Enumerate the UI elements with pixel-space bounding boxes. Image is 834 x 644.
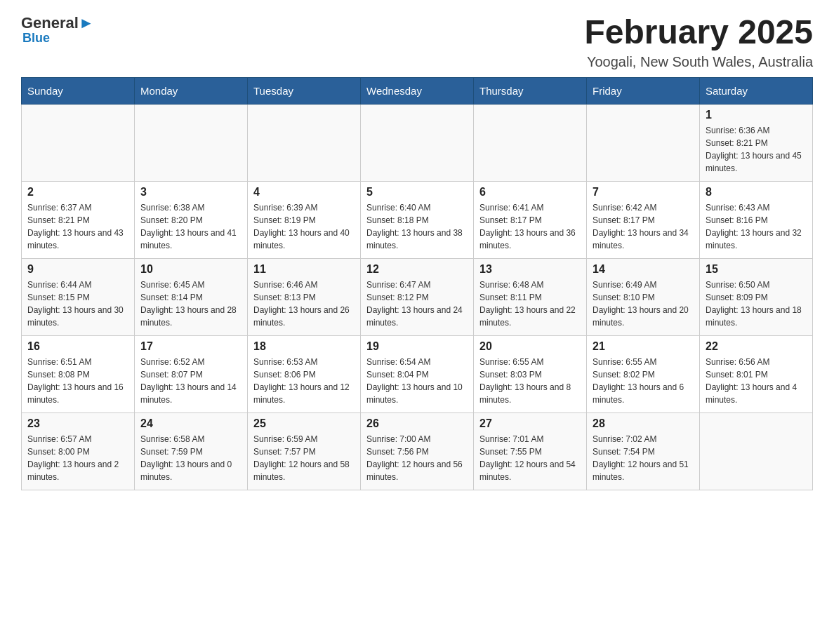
- calendar-day-cell: 4Sunrise: 6:39 AM Sunset: 8:19 PM Daylig…: [248, 181, 361, 258]
- day-info: Sunrise: 6:41 AM Sunset: 8:17 PM Dayligh…: [479, 201, 581, 252]
- day-info: Sunrise: 6:48 AM Sunset: 8:11 PM Dayligh…: [479, 279, 581, 329]
- calendar-day-cell: 2Sunrise: 6:37 AM Sunset: 8:21 PM Daylig…: [22, 181, 135, 258]
- calendar-day-cell: 19Sunrise: 6:54 AM Sunset: 8:04 PM Dayli…: [361, 335, 474, 412]
- logo-sub: Blue: [22, 31, 50, 46]
- calendar-day-cell: [22, 104, 135, 181]
- calendar-day-cell: 17Sunrise: 6:52 AM Sunset: 8:07 PM Dayli…: [135, 335, 248, 412]
- day-info: Sunrise: 6:53 AM Sunset: 8:06 PM Dayligh…: [253, 356, 355, 406]
- day-info: Sunrise: 7:01 AM Sunset: 7:55 PM Dayligh…: [479, 433, 581, 483]
- location: Yoogali, New South Wales, Australia: [584, 54, 813, 70]
- day-info: Sunrise: 6:43 AM Sunset: 8:16 PM Dayligh…: [706, 201, 807, 252]
- day-info: Sunrise: 6:49 AM Sunset: 8:10 PM Dayligh…: [593, 279, 694, 329]
- day-info: Sunrise: 6:38 AM Sunset: 8:20 PM Dayligh…: [140, 201, 241, 252]
- day-number: 14: [593, 263, 694, 276]
- calendar-day-cell: [361, 104, 474, 181]
- weekday-header-wednesday: Wednesday: [361, 77, 474, 104]
- calendar-day-cell: 10Sunrise: 6:45 AM Sunset: 8:14 PM Dayli…: [135, 258, 248, 335]
- calendar-day-cell: 12Sunrise: 6:47 AM Sunset: 8:12 PM Dayli…: [361, 258, 474, 335]
- calendar-day-cell: [700, 412, 813, 490]
- day-info: Sunrise: 6:40 AM Sunset: 8:18 PM Dayligh…: [366, 201, 468, 252]
- logo-general: General: [21, 14, 79, 32]
- calendar-day-cell: [587, 104, 700, 181]
- day-info: Sunrise: 6:55 AM Sunset: 8:03 PM Dayligh…: [479, 356, 581, 406]
- calendar-day-cell: 20Sunrise: 6:55 AM Sunset: 8:03 PM Dayli…: [474, 335, 587, 412]
- page-header: General ► Blue February 2025 Yoogali, Ne…: [21, 14, 813, 70]
- day-number: 17: [140, 340, 241, 353]
- day-info: Sunrise: 6:57 AM Sunset: 8:00 PM Dayligh…: [27, 433, 128, 483]
- calendar-day-cell: 1Sunrise: 6:36 AM Sunset: 8:21 PM Daylig…: [700, 104, 813, 181]
- calendar-day-cell: 15Sunrise: 6:50 AM Sunset: 8:09 PM Dayli…: [700, 258, 813, 335]
- day-number: 2: [27, 186, 128, 199]
- day-number: 13: [479, 263, 581, 276]
- calendar-day-cell: 14Sunrise: 6:49 AM Sunset: 8:10 PM Dayli…: [587, 258, 700, 335]
- weekday-header-saturday: Saturday: [700, 77, 813, 104]
- day-number: 9: [27, 263, 128, 276]
- day-info: Sunrise: 6:56 AM Sunset: 8:01 PM Dayligh…: [706, 356, 807, 406]
- day-number: 22: [706, 340, 807, 353]
- day-number: 4: [253, 186, 355, 199]
- day-info: Sunrise: 6:42 AM Sunset: 8:17 PM Dayligh…: [593, 201, 694, 252]
- calendar-table: SundayMondayTuesdayWednesdayThursdayFrid…: [21, 77, 813, 490]
- calendar-header-row: SundayMondayTuesdayWednesdayThursdayFrid…: [22, 77, 813, 104]
- day-info: Sunrise: 6:47 AM Sunset: 8:12 PM Dayligh…: [366, 279, 468, 329]
- calendar-day-cell: [135, 104, 248, 181]
- day-number: 10: [140, 263, 241, 276]
- day-info: Sunrise: 6:54 AM Sunset: 8:04 PM Dayligh…: [366, 356, 468, 406]
- calendar-week-row: 9Sunrise: 6:44 AM Sunset: 8:15 PM Daylig…: [22, 258, 813, 335]
- day-number: 28: [593, 417, 694, 430]
- calendar-day-cell: 22Sunrise: 6:56 AM Sunset: 8:01 PM Dayli…: [700, 335, 813, 412]
- day-info: Sunrise: 6:58 AM Sunset: 7:59 PM Dayligh…: [140, 433, 241, 483]
- calendar-day-cell: 7Sunrise: 6:42 AM Sunset: 8:17 PM Daylig…: [587, 181, 700, 258]
- day-info: Sunrise: 6:46 AM Sunset: 8:13 PM Dayligh…: [253, 279, 355, 329]
- calendar-day-cell: 11Sunrise: 6:46 AM Sunset: 8:13 PM Dayli…: [248, 258, 361, 335]
- day-number: 11: [253, 263, 355, 276]
- day-info: Sunrise: 6:44 AM Sunset: 8:15 PM Dayligh…: [27, 279, 128, 329]
- calendar-day-cell: 23Sunrise: 6:57 AM Sunset: 8:00 PM Dayli…: [22, 412, 135, 490]
- calendar-day-cell: 26Sunrise: 7:00 AM Sunset: 7:56 PM Dayli…: [361, 412, 474, 490]
- day-number: 24: [140, 417, 241, 430]
- calendar-day-cell: 8Sunrise: 6:43 AM Sunset: 8:16 PM Daylig…: [700, 181, 813, 258]
- day-number: 27: [479, 417, 581, 430]
- day-number: 20: [479, 340, 581, 353]
- weekday-header-monday: Monday: [135, 77, 248, 104]
- weekday-header-thursday: Thursday: [474, 77, 587, 104]
- calendar-day-cell: [248, 104, 361, 181]
- day-number: 18: [253, 340, 355, 353]
- day-number: 1: [706, 109, 807, 121]
- title-block: February 2025 Yoogali, New South Wales, …: [584, 14, 813, 70]
- day-info: Sunrise: 6:52 AM Sunset: 8:07 PM Dayligh…: [140, 356, 241, 406]
- weekday-header-sunday: Sunday: [22, 77, 135, 104]
- calendar-day-cell: 25Sunrise: 6:59 AM Sunset: 7:57 PM Dayli…: [248, 412, 361, 490]
- day-number: 15: [706, 263, 807, 276]
- day-number: 5: [366, 186, 468, 199]
- calendar-day-cell: 24Sunrise: 6:58 AM Sunset: 7:59 PM Dayli…: [135, 412, 248, 490]
- calendar-day-cell: 5Sunrise: 6:40 AM Sunset: 8:18 PM Daylig…: [361, 181, 474, 258]
- calendar-day-cell: 18Sunrise: 6:53 AM Sunset: 8:06 PM Dayli…: [248, 335, 361, 412]
- day-info: Sunrise: 6:39 AM Sunset: 8:19 PM Dayligh…: [253, 201, 355, 252]
- calendar-day-cell: 9Sunrise: 6:44 AM Sunset: 8:15 PM Daylig…: [22, 258, 135, 335]
- day-number: 21: [593, 340, 694, 353]
- day-info: Sunrise: 6:59 AM Sunset: 7:57 PM Dayligh…: [253, 433, 355, 483]
- day-info: Sunrise: 7:00 AM Sunset: 7:56 PM Dayligh…: [366, 433, 468, 483]
- weekday-header-friday: Friday: [587, 77, 700, 104]
- day-info: Sunrise: 6:50 AM Sunset: 8:09 PM Dayligh…: [706, 279, 807, 329]
- calendar-day-cell: [474, 104, 587, 181]
- day-info: Sunrise: 6:45 AM Sunset: 8:14 PM Dayligh…: [140, 279, 241, 329]
- day-number: 8: [706, 186, 807, 199]
- day-number: 7: [593, 186, 694, 199]
- day-number: 23: [27, 417, 128, 430]
- calendar-week-row: 2Sunrise: 6:37 AM Sunset: 8:21 PM Daylig…: [22, 181, 813, 258]
- day-number: 25: [253, 417, 355, 430]
- day-info: Sunrise: 7:02 AM Sunset: 7:54 PM Dayligh…: [593, 433, 694, 483]
- calendar-day-cell: 27Sunrise: 7:01 AM Sunset: 7:55 PM Dayli…: [474, 412, 587, 490]
- day-info: Sunrise: 6:51 AM Sunset: 8:08 PM Dayligh…: [27, 356, 128, 406]
- day-number: 26: [366, 417, 468, 430]
- calendar-day-cell: 6Sunrise: 6:41 AM Sunset: 8:17 PM Daylig…: [474, 181, 587, 258]
- calendar-week-row: 1Sunrise: 6:36 AM Sunset: 8:21 PM Daylig…: [22, 104, 813, 181]
- calendar-day-cell: 3Sunrise: 6:38 AM Sunset: 8:20 PM Daylig…: [135, 181, 248, 258]
- calendar-week-row: 23Sunrise: 6:57 AM Sunset: 8:00 PM Dayli…: [22, 412, 813, 490]
- month-title: February 2025: [584, 14, 813, 51]
- calendar-day-cell: 16Sunrise: 6:51 AM Sunset: 8:08 PM Dayli…: [22, 335, 135, 412]
- day-number: 19: [366, 340, 468, 353]
- calendar-week-row: 16Sunrise: 6:51 AM Sunset: 8:08 PM Dayli…: [22, 335, 813, 412]
